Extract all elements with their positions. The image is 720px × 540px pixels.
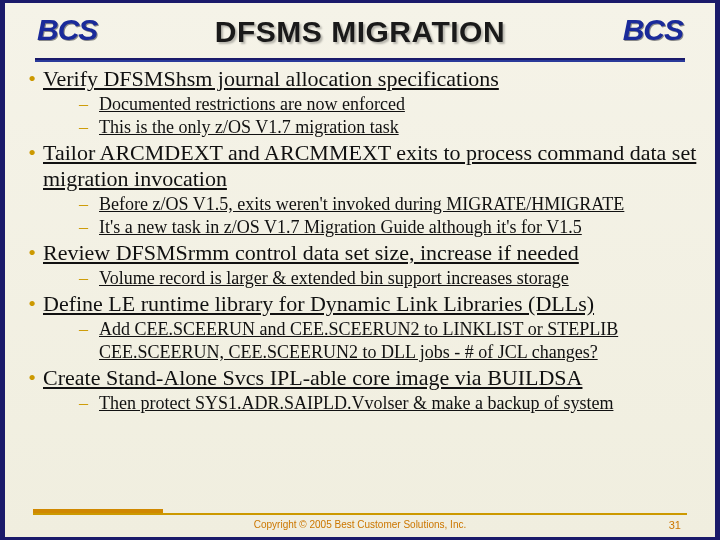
slide-footer: Copyright © 2005 Best Customer Solutions… <box>33 513 687 533</box>
sub-text: Then protect SYS1.ADR.SAIPLD.Vvolser & m… <box>99 392 707 415</box>
sub-item: –Volume record is larger & extended bin … <box>79 267 707 290</box>
sub-text: It's a new task in z/OS V1.7 Migration G… <box>99 216 707 239</box>
sub-text: Add CEE.SCEERUN and CEE.SCEERUN2 to LINK… <box>99 318 707 364</box>
slide-title: DFSMS MIGRATION <box>215 15 505 49</box>
sub-group: –Add CEE.SCEERUN and CEE.SCEERUN2 to LIN… <box>79 318 707 364</box>
bullet-item: • Tailor ARCMDEXT and ARCMMEXT exits to … <box>21 140 707 192</box>
sub-item: –Before z/OS V1.5, exits weren't invoked… <box>79 193 707 216</box>
dash-icon: – <box>79 318 99 341</box>
bullet-item: • Create Stand-Alone Svcs IPL-able core … <box>21 365 707 391</box>
bullet-text: Review DFSMSrmm control data set size, i… <box>43 240 707 266</box>
bullet-icon: • <box>21 140 43 166</box>
dash-icon: – <box>79 116 99 139</box>
bullet-icon: • <box>21 291 43 317</box>
sub-group: –Documented restrictions are now enforce… <box>79 93 707 139</box>
dash-icon: – <box>79 193 99 216</box>
sub-item: –It's a new task in z/OS V1.7 Migration … <box>79 216 707 239</box>
sub-text: Before z/OS V1.5, exits weren't invoked … <box>99 193 707 216</box>
page-number: 31 <box>669 519 681 531</box>
sub-item: –Then protect SYS1.ADR.SAIPLD.Vvolser & … <box>79 392 707 415</box>
dash-icon: – <box>79 392 99 415</box>
logo-left: BCS <box>37 13 97 47</box>
sub-text: This is the only z/OS V1.7 migration tas… <box>99 116 707 139</box>
bullet-item: • Verify DFSMShsm journal allocation spe… <box>21 66 707 92</box>
bullet-item: • Define LE runtime library for Dynamic … <box>21 291 707 317</box>
sub-group: –Before z/OS V1.5, exits weren't invoked… <box>79 193 707 239</box>
bullet-text: Tailor ARCMDEXT and ARCMMEXT exits to pr… <box>43 140 707 192</box>
title-underline <box>35 58 685 60</box>
slide: BCS DFSMS MIGRATION BCS • Verify DFSMShs… <box>0 0 720 540</box>
bullet-text: Define LE runtime library for Dynamic Li… <box>43 291 707 317</box>
sub-item: –This is the only z/OS V1.7 migration ta… <box>79 116 707 139</box>
bullet-icon: • <box>21 66 43 92</box>
sub-text: Volume record is larger & extended bin s… <box>99 267 707 290</box>
logo-right: BCS <box>623 13 683 47</box>
bullet-icon: • <box>21 240 43 266</box>
sub-item: –Documented restrictions are now enforce… <box>79 93 707 116</box>
slide-header: BCS DFSMS MIGRATION BCS <box>5 3 715 61</box>
dash-icon: – <box>79 267 99 290</box>
bullet-item: • Review DFSMSrmm control data set size,… <box>21 240 707 266</box>
sub-group: –Then protect SYS1.ADR.SAIPLD.Vvolser & … <box>79 392 707 415</box>
sub-group: –Volume record is larger & extended bin … <box>79 267 707 290</box>
sub-item: –Add CEE.SCEERUN and CEE.SCEERUN2 to LIN… <box>79 318 707 364</box>
bullet-icon: • <box>21 365 43 391</box>
dash-icon: – <box>79 216 99 239</box>
footer-accent <box>33 509 163 513</box>
bullet-text: Verify DFSMShsm journal allocation speci… <box>43 66 707 92</box>
dash-icon: – <box>79 93 99 116</box>
copyright-text: Copyright © 2005 Best Customer Solutions… <box>254 519 466 530</box>
slide-content: • Verify DFSMShsm journal allocation spe… <box>21 65 707 511</box>
bullet-text: Create Stand-Alone Svcs IPL-able core im… <box>43 365 707 391</box>
sub-text: Documented restrictions are now enforced <box>99 93 707 116</box>
